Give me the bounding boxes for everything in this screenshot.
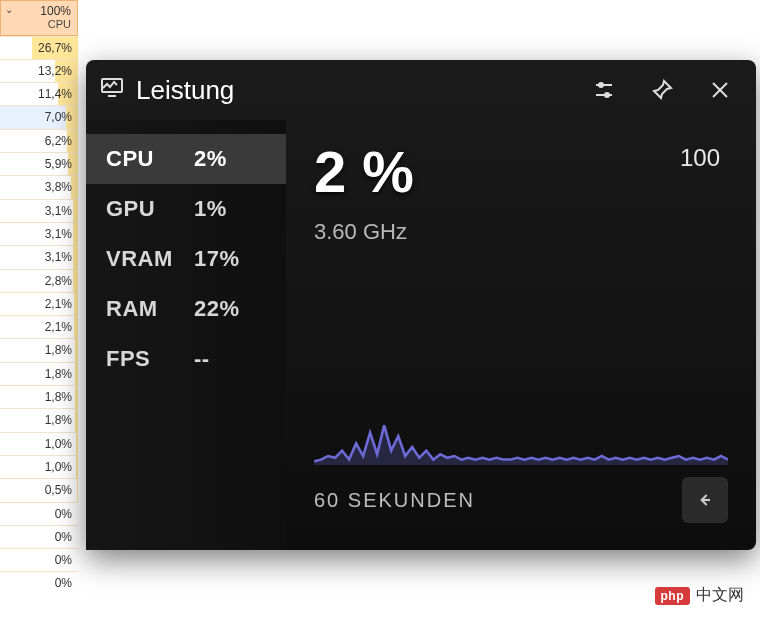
cpu-row-value: 0%: [55, 553, 72, 567]
cpu-row-value: 3,1%: [45, 227, 72, 241]
cpu-row-value: 2,8%: [45, 274, 72, 288]
metric-item-cpu[interactable]: CPU2%: [86, 134, 286, 184]
cpu-row[interactable]: 1,8%: [0, 338, 78, 361]
cpu-row[interactable]: 2,1%: [0, 315, 78, 338]
cpu-row[interactable]: 2,8%: [0, 269, 78, 292]
watermark: php 中文网: [655, 585, 745, 606]
cpu-row[interactable]: 0,5%: [0, 478, 78, 501]
cpu-frequency: 3.60 GHz: [314, 219, 728, 245]
chevron-down-icon: ⌄: [5, 4, 13, 16]
cpu-header-value: 100%: [40, 4, 71, 18]
overlay-header: Leistung: [86, 60, 756, 120]
cpu-row-value: 3,1%: [45, 250, 72, 264]
cpu-row-value: 2,1%: [45, 320, 72, 334]
cpu-row-value: 0,5%: [45, 483, 72, 497]
metric-value: 17%: [194, 246, 240, 272]
metric-value: 22%: [194, 296, 240, 322]
cpu-row-value: 5,9%: [45, 157, 72, 171]
cpu-row-value: 7,0%: [45, 110, 72, 124]
close-button[interactable]: [698, 68, 742, 112]
chart-x-label: 60 SEKUNDEN: [314, 489, 475, 512]
cpu-row-value: 3,1%: [45, 204, 72, 218]
cpu-row[interactable]: 0%: [0, 502, 78, 525]
settings-button[interactable]: [582, 68, 626, 112]
overlay-title: Leistung: [136, 75, 234, 106]
cpu-header-label: CPU: [5, 18, 71, 31]
cpu-row-value: 1,0%: [45, 460, 72, 474]
chart-back-button[interactable]: [682, 477, 728, 523]
cpu-usage-column: ⌄ 100% CPU 26,7%13,2%11,4%7,0%6,2%5,9%3,…: [0, 0, 78, 595]
watermark-badge: php: [655, 587, 691, 605]
cpu-row-value: 1,8%: [45, 343, 72, 357]
metric-label: RAM: [106, 296, 182, 322]
metric-value: --: [194, 346, 210, 372]
cpu-row[interactable]: 3,1%: [0, 222, 78, 245]
metric-item-ram[interactable]: RAM22%: [86, 284, 286, 334]
cpu-row-value: 1,0%: [45, 437, 72, 451]
cpu-row[interactable]: 26,7%: [0, 36, 78, 59]
performance-overlay: Leistung CPU2%GPU1%VRAM17%RAM22%FPS-- 2 …: [86, 60, 756, 550]
cpu-row[interactable]: 3,1%: [0, 199, 78, 222]
cpu-row[interactable]: 3,1%: [0, 245, 78, 268]
cpu-row[interactable]: 11,4%: [0, 82, 78, 105]
cpu-row[interactable]: 1,8%: [0, 385, 78, 408]
cpu-row-value: 3,8%: [45, 180, 72, 194]
cpu-row-value: 1,8%: [45, 390, 72, 404]
cpu-row-value: 2,1%: [45, 297, 72, 311]
cpu-column-header[interactable]: ⌄ 100% CPU: [0, 0, 78, 36]
metric-value: 2%: [194, 146, 227, 172]
cpu-row-value: 13,2%: [38, 64, 72, 78]
metric-value: 1%: [194, 196, 227, 222]
cpu-row[interactable]: 1,8%: [0, 362, 78, 385]
pin-button[interactable]: [640, 68, 684, 112]
cpu-row[interactable]: 0%: [0, 548, 78, 571]
cpu-row[interactable]: 5,9%: [0, 152, 78, 175]
cpu-row[interactable]: 6,2%: [0, 129, 78, 152]
cpu-row[interactable]: 3,8%: [0, 175, 78, 198]
metric-label: CPU: [106, 146, 182, 172]
watermark-text: 中文网: [696, 585, 744, 606]
cpu-row-value: 6,2%: [45, 134, 72, 148]
cpu-row-value: 0%: [55, 530, 72, 544]
current-value: 2 %: [314, 138, 728, 205]
metric-sidebar: CPU2%GPU1%VRAM17%RAM22%FPS--: [86, 120, 286, 550]
cpu-row-value: 11,4%: [38, 87, 72, 101]
metric-item-vram[interactable]: VRAM17%: [86, 234, 286, 284]
cpu-row[interactable]: 7,0%: [0, 105, 78, 128]
cpu-row[interactable]: 0%: [0, 525, 78, 548]
monitor-icon: [100, 75, 124, 106]
metric-detail-panel: 2 % 100 3.60 GHz 60 SEKUNDEN: [286, 120, 756, 550]
metric-label: VRAM: [106, 246, 182, 272]
metric-item-fps[interactable]: FPS--: [86, 334, 286, 384]
cpu-row[interactable]: 1,8%: [0, 408, 78, 431]
cpu-row[interactable]: 1,0%: [0, 432, 78, 455]
metric-label: FPS: [106, 346, 182, 372]
cpu-row[interactable]: 1,0%: [0, 455, 78, 478]
cpu-row[interactable]: 0%: [0, 571, 78, 594]
cpu-row-value: 26,7%: [38, 41, 72, 55]
chart-y-max: 100: [680, 144, 720, 172]
usage-chart: [314, 285, 728, 465]
cpu-row[interactable]: 2,1%: [0, 292, 78, 315]
metric-label: GPU: [106, 196, 182, 222]
cpu-row-value: 1,8%: [45, 413, 72, 427]
cpu-row-value: 0%: [55, 507, 72, 521]
cpu-row[interactable]: 13,2%: [0, 59, 78, 82]
metric-item-gpu[interactable]: GPU1%: [86, 184, 286, 234]
cpu-row-value: 1,8%: [45, 367, 72, 381]
cpu-row-value: 0%: [55, 576, 72, 590]
